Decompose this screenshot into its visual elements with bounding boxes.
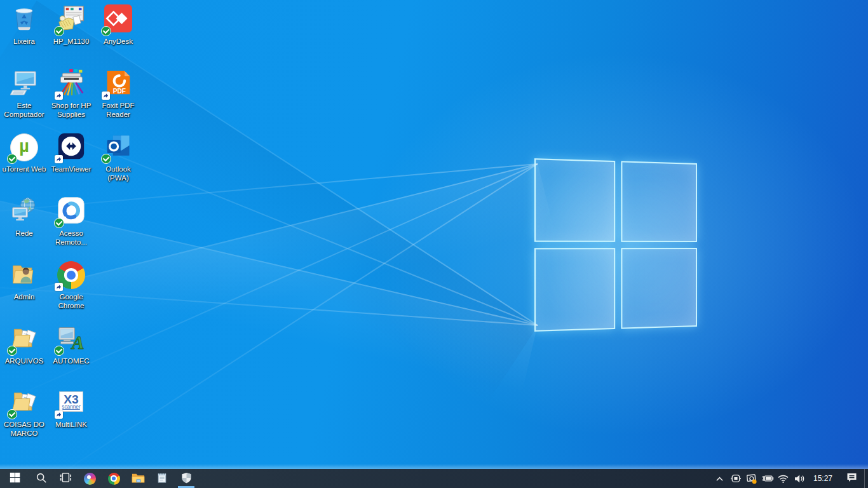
windows-security-shield-icon [181, 472, 192, 485]
desktop-icon-anydesk[interactable]: AnyDesk [95, 3, 142, 67]
copilot-button[interactable] [78, 469, 102, 488]
sync-ok-badge [7, 154, 17, 164]
svg-text:A: A [71, 332, 85, 352]
windows-logo-pane [621, 248, 697, 329]
sync-ok-badge [54, 346, 64, 356]
recycle-bin-icon [10, 4, 38, 35]
desktop-icon-este-computador[interactable]: Este Computador [1, 67, 48, 132]
desktop-icon-label: COISAS DO MARCO [1, 420, 48, 438]
task-view-button[interactable] [53, 469, 78, 488]
desktop-icon-label: Outlook (PWA) [95, 165, 142, 182]
desktop-icon-label: Este Computador [1, 101, 48, 119]
windows-logo-pane [621, 161, 697, 242]
windows-logo [534, 158, 697, 332]
shortcut-arrow-badge [55, 283, 63, 291]
desktop-icon-label: TeamViewer [51, 165, 91, 173]
desktop-icon-foxit-pdf-reader[interactable]: PDF Foxit PDF Reader [95, 67, 142, 132]
desktop-icon-label: Foxit PDF Reader [95, 101, 142, 119]
search-icon [36, 472, 47, 485]
desktop-icon-teamviewer[interactable]: TeamViewer [48, 131, 95, 195]
remote-access-tray-icon[interactable] [743, 469, 759, 488]
desktop-icon-label: Lixeira [13, 37, 35, 46]
task-view-icon [60, 471, 72, 485]
desktop-icon-hp-m1130[interactable]: HP_M1130 [48, 3, 95, 67]
desktop-icon-label: MultiLINK [55, 420, 87, 429]
volume-icon[interactable] [791, 469, 807, 488]
desktop-icon-admin[interactable]: Admin [1, 259, 48, 323]
shortcut-arrow-badge [55, 92, 63, 100]
start-button[interactable] [0, 469, 29, 488]
desktop-icon-label: Acesso Remoto... [48, 229, 95, 247]
taskbar-chrome-button[interactable] [102, 469, 126, 488]
desktop-icon-label: HP_M1130 [53, 37, 90, 46]
taskbar: 15:27 [0, 469, 868, 488]
desktop-icon-google-chrome[interactable]: Google Chrome [48, 259, 95, 323]
shortcut-arrow-badge [55, 155, 63, 163]
desktop-icon-rede[interactable]: Rede [1, 195, 48, 259]
file-explorer-icon [132, 472, 145, 485]
windows-security-button[interactable] [174, 469, 198, 488]
desktop-icon-label: Google Chrome [48, 292, 95, 310]
taskbar-clock[interactable]: 15:27 [807, 469, 839, 488]
desktop-icon-label: ARQUIVOS [5, 356, 44, 365]
file-explorer-button[interactable] [126, 469, 150, 488]
taskbar-left [0, 469, 198, 488]
show-desktop-button[interactable] [864, 469, 868, 488]
windows-start-icon [10, 472, 20, 485]
wifi-icon[interactable] [775, 469, 791, 488]
desktop: Lixeira Este Computador [0, 0, 868, 488]
sync-ok-badge [54, 26, 64, 36]
notepad-icon [156, 471, 168, 485]
taskbar-tray: 15:27 [712, 469, 868, 488]
desktop-icon-label: Admin [14, 292, 35, 301]
battery-charging-icon[interactable] [759, 469, 775, 488]
desktop-icon-label: AUTOMEC [53, 356, 89, 365]
shortcut-arrow-badge [55, 410, 63, 419]
desktop-icon-shop-for-hp-supplies[interactable]: Shop for HP Supplies [48, 67, 95, 132]
sync-ok-badge [101, 26, 111, 36]
desktop-icons-grid: Lixeira Este Computador [1, 3, 142, 451]
desktop-icon-label: AnyDesk [104, 37, 133, 46]
sync-ok-badge [101, 154, 111, 164]
sync-ok-badge [54, 218, 64, 228]
desktop-icon-label: Shop for HP Supplies [48, 101, 95, 119]
network-icon [10, 196, 38, 227]
user-folder-icon [10, 260, 38, 290]
anydesk-tray-icon[interactable] [728, 469, 743, 488]
desktop-icon-multilink[interactable]: X3 scanner MultiLINK [48, 386, 95, 451]
windows-logo-pane [534, 248, 615, 332]
action-center-button[interactable] [839, 469, 864, 488]
svg-text:PDF: PDF [113, 87, 126, 94]
hidden-icons-chevron[interactable] [712, 469, 728, 488]
this-pc-icon [10, 69, 38, 99]
shortcut-arrow-badge [102, 92, 110, 100]
desktop-icon-acesso-remoto[interactable]: Acesso Remoto... [48, 195, 95, 259]
desktop-icon-label: Rede [15, 229, 33, 238]
sync-ok-badge [7, 346, 17, 356]
desktop-icon-coisas-do-marco[interactable]: COISAS DO MARCO [1, 386, 48, 451]
copilot-icon [84, 473, 96, 485]
desktop-icon-arquivos[interactable]: ARQUIVOS [1, 323, 48, 387]
notepad-button[interactable] [150, 469, 174, 488]
windows-logo-pane [534, 158, 615, 242]
desktop-icon-outlook-pwa[interactable]: Outlook (PWA) [95, 131, 142, 195]
taskbar-search-button[interactable] [29, 469, 53, 488]
desktop-icon-lixeira[interactable]: Lixeira [1, 3, 48, 67]
desktop-icon-automec[interactable]: A AUTOMEC [48, 323, 95, 387]
chrome-icon [108, 473, 120, 485]
action-center-icon [846, 472, 858, 485]
svg-text:scanner: scanner [62, 404, 81, 410]
desktop-icon-utorrent-web[interactable]: µ uTorrent Web [1, 131, 48, 195]
sync-ok-badge [7, 409, 17, 419]
desktop-icon-label: uTorrent Web [3, 165, 46, 173]
